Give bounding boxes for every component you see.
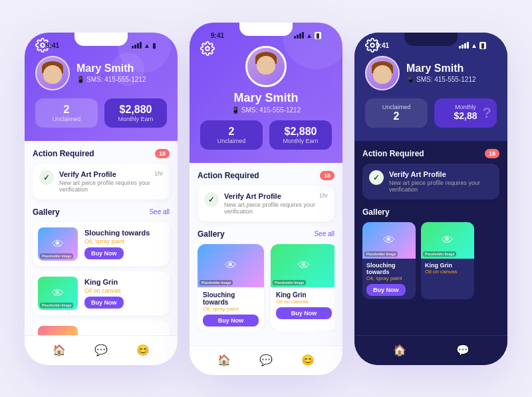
- gallery-item-title-0: Slouching towards: [84, 229, 164, 237]
- gallery-item-2: Placeholder Image 👁 Sigh of My Hand Oil,…: [33, 321, 170, 335]
- action-time-left: 1hr: [154, 170, 163, 177]
- time-left: 9:41: [46, 42, 59, 49]
- action-title-left: Action Required: [33, 149, 94, 158]
- gallery-card-title-1: King Grin: [276, 291, 332, 299]
- gear-icon-middle[interactable]: [200, 41, 215, 56]
- time-right: 9:41: [376, 42, 389, 49]
- action-badge-middle: 18: [320, 171, 334, 180]
- action-text-right: Verify Art Profile New art piece profile…: [389, 170, 493, 193]
- buy-btn-0[interactable]: Buy Now: [84, 247, 124, 259]
- gallery-info-0: Slouching towards Oil, spray paint Buy N…: [84, 229, 164, 259]
- phone-body-middle: Action Required 18 ✓ Verify Art Profile …: [190, 163, 342, 345]
- gallery-card-thumb-0: Placeholder Image 👁: [198, 244, 264, 287]
- gallery-see-all-left[interactable]: See all: [149, 208, 170, 215]
- gallery-item-0: Placeholder Image 👁 Slouching towards Oi…: [33, 222, 170, 266]
- wifi-icon-r: ▲: [471, 42, 477, 49]
- gallery-card-1: Placeholder Image 👁 King Grin Oil on can…: [271, 244, 334, 331]
- nav-home-left[interactable]: 🏠: [51, 342, 67, 358]
- buy-btn-h-1[interactable]: Buy Now: [276, 307, 332, 319]
- nav-profile-middle[interactable]: 😊: [300, 352, 316, 368]
- nav-chat-right[interactable]: 💬: [455, 342, 471, 358]
- nav-chat-left[interactable]: 💬: [93, 342, 109, 358]
- verify-icon-right: ✓: [369, 170, 384, 185]
- gallery-thumb-1: Placeholder Image 👁: [38, 277, 78, 310]
- gallery-card-dark-info-0: Slouching towards Oil, spray paint Buy N…: [362, 259, 416, 299]
- time-middle: 9:41: [211, 32, 224, 39]
- phone-left: 9:41 ▲ ▮: [25, 33, 178, 365]
- gallery-title-left: Gallery: [33, 207, 60, 217]
- action-text-sub-right: New art piece profile requires your veri…: [389, 180, 493, 193]
- unclaimed-val-middle: 2: [207, 126, 256, 138]
- earn-label-middle: Monthly Earn: [276, 138, 325, 144]
- phones-container: 9:41 ▲ ▮: [25, 23, 507, 375]
- bottom-nav-left: 🏠 💬 😊: [25, 335, 178, 365]
- avatar-face-m: [257, 56, 275, 74]
- buy-btn-d-0[interactable]: Buy Now: [366, 284, 406, 296]
- nav-home-middle[interactable]: 🏠: [216, 352, 232, 368]
- verify-icon-left: ✓: [39, 170, 54, 185]
- gallery-card-0: Placeholder Image 👁 Slouching towards Oi…: [198, 244, 264, 331]
- gallery-see-all-middle[interactable]: See all: [314, 230, 334, 237]
- notch-left: [74, 33, 128, 46]
- action-content-middle: ✓ Verify Art Profile New art piece profi…: [204, 192, 319, 215]
- gallery-thumb-2: Placeholder Image 👁: [38, 326, 78, 335]
- svg-point-1: [205, 47, 209, 51]
- gallery-card-dark-0: Placeholder Image 👁 Slouching towards Oi…: [362, 222, 416, 299]
- gallery-title-middle: Gallery: [198, 229, 225, 239]
- eye-icon-h-1: 👁: [298, 259, 310, 273]
- eye-icon-0: 👁: [52, 237, 64, 251]
- action-title-right: Action Required: [362, 149, 424, 158]
- gallery-item-sub-1: Oil on canvas: [84, 287, 164, 294]
- header-left: 9:41 ▲ ▮: [25, 33, 178, 141]
- sms-icon-left: 📱: [76, 76, 84, 83]
- stats-row-right: Unclaimed 2 Monthly $2,88 ?: [365, 98, 497, 128]
- action-card-middle: ✓ Verify Art Profile New art piece profi…: [198, 186, 334, 221]
- sms-icon-right: 📱: [406, 76, 414, 83]
- earn-val-middle: $2,880: [276, 126, 325, 138]
- verify-icon-middle: ✓: [204, 192, 219, 207]
- header-middle: 9:41 ▲ ▮ Mary Smith 📱: [190, 23, 342, 163]
- action-card-right: ✓ Verify Art Profile New art piece profi…: [362, 164, 499, 199]
- eye-icon-d-1: 👁: [442, 233, 454, 247]
- phone-right: 9:41 ▲ ▮: [354, 33, 507, 365]
- signal-icon-m: [294, 32, 304, 39]
- gallery-header-right: Gallery: [362, 207, 499, 217]
- buy-btn-h-0[interactable]: Buy Now: [203, 315, 259, 327]
- avatar-middle: [245, 46, 287, 87]
- buy-btn-1[interactable]: Buy Now: [84, 297, 124, 309]
- avatar-img-left: [37, 57, 68, 89]
- battery-icon: ▮: [152, 42, 156, 49]
- profile-row-right: Mary Smith 📱 SMS: 415-555-1212: [365, 56, 497, 90]
- notch-right: [404, 33, 458, 46]
- action-title-middle: Action Required: [198, 171, 259, 180]
- action-badge-right: 18: [485, 149, 499, 158]
- gallery-horizontal-right: Placeholder Image 👁 Slouching towards Oi…: [362, 222, 499, 299]
- avatar-left: [35, 56, 70, 90]
- gallery-card-sub-0: Oil, spray paint: [203, 306, 259, 312]
- signal-icon-r: [459, 42, 469, 49]
- stat-earn-right: Monthly $2,88 ?: [434, 98, 497, 128]
- gallery-item-title-1: King Grin: [84, 278, 164, 286]
- action-text-title-middle: Verify Art Profile: [224, 192, 319, 200]
- stat-unclaimed-middle: 2 Unclaimed: [200, 120, 263, 150]
- action-time-middle: 1hr: [319, 192, 328, 199]
- gallery-header-left: Gallery See all: [33, 207, 170, 217]
- gallery-card-thumb-1: Placeholder Image 👁: [271, 244, 334, 287]
- avatar-img-middle: [247, 48, 285, 85]
- action-content-right: ✓ Verify Art Profile New art piece profi…: [369, 170, 493, 193]
- action-text-middle: Verify Art Profile New art piece profile…: [224, 192, 319, 215]
- action-text-left: Verify Art Profile New art piece profile…: [59, 170, 154, 193]
- bottom-nav-right: 🏠 💬: [354, 335, 507, 365]
- sms-icon-middle: 📱: [231, 106, 239, 114]
- gallery-card-dark-sub-0: Oil, spray paint: [366, 275, 412, 281]
- gallery-title-right: Gallery: [362, 207, 390, 217]
- unclaimed-val-right: 2: [372, 110, 421, 122]
- nav-chat-middle[interactable]: 💬: [258, 352, 274, 368]
- eye-icon-h-0: 👁: [225, 259, 237, 273]
- nav-home-right[interactable]: 🏠: [392, 342, 408, 358]
- eye-icon-1: 👁: [52, 286, 64, 300]
- question-overlay: ?: [483, 104, 491, 122]
- avatar-img-right: [366, 57, 398, 89]
- stats-row-middle: 2 Unclaimed $2,880 Monthly Earn: [200, 120, 332, 150]
- nav-profile-left[interactable]: 😊: [135, 342, 151, 358]
